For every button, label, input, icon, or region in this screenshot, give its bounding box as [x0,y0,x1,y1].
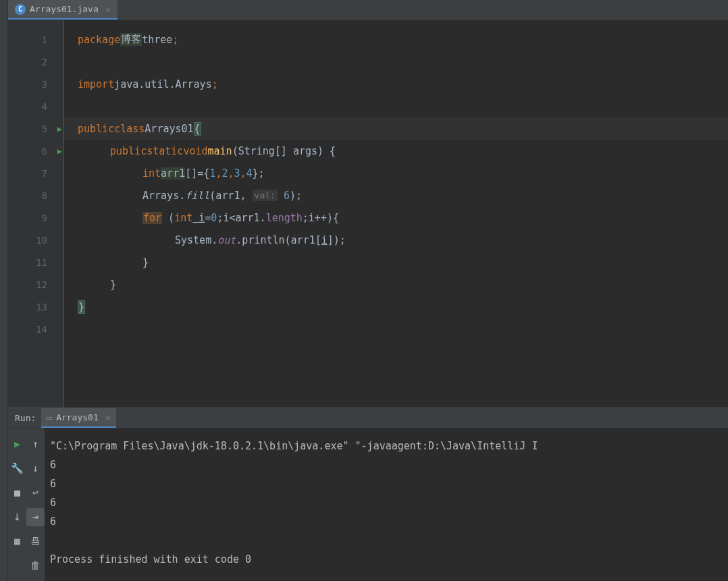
line-number: 3 [42,79,47,90]
code-line[interactable]: System.out.println(arr1[i]); [64,229,728,251]
run-body: ▶ ↑ 🔧 ↓ ■ ↩ ⤓ ⇥ ▦ 🖶 🗑 [8,428,728,581]
run-tab-label: Arrays01 [56,412,99,422]
line-number: 4 [42,101,47,112]
wrench-icon[interactable]: 🔧 [8,460,26,478]
up-stack-icon[interactable]: ↑ [26,435,45,453]
code-line[interactable]: import java.util.Arrays; [64,73,728,95]
console-output[interactable]: "C:\Program Files\Java\jdk-18.0.2.1\bin\… [45,428,728,581]
run-tab[interactable]: ▭ Arrays01 × [41,408,116,428]
console-line: Process finished with exit code 0 [50,553,251,565]
line-number: 2 [42,57,47,67]
print-icon[interactable]: 🖶 [26,532,45,551]
code-line[interactable]: public class Arrays01 { [64,117,728,140]
code-line[interactable]: Arrays.fill(arr1, val: 6); [64,184,728,206]
line-number: 13 [36,302,47,312]
editor-tabs-bar: C Arrays01.java × [8,0,728,20]
rerun-button[interactable]: ▶ [8,435,26,453]
line-number: 11 [36,257,47,268]
code-area[interactable]: package 博客three; import java.util.Arrays… [63,20,728,408]
editor-area: 1 2 3 4 5▶ 6▶ 7 8 9 10 11 12 13 14 packa… [8,20,728,408]
run-gutter-icon[interactable]: ▶ [57,124,62,134]
line-number: 1 [42,34,47,45]
run-label: Run: [15,413,36,423]
spacer [8,557,26,575]
run-header: Run: ▭ Arrays01 × [8,408,728,428]
code-line[interactable]: for (int i=0;i<arr1.length;i++){ [64,206,728,229]
line-number: 7 [42,168,47,179]
soft-wrap-icon[interactable]: ↩ [26,484,45,502]
gutter[interactable]: 1 2 3 4 5▶ 6▶ 7 8 9 10 11 12 13 14 [8,20,63,408]
line-number: 5 [42,123,47,134]
console-line: 6 [50,478,56,490]
line-number: 10 [36,235,47,246]
run-panel: Run: ▭ Arrays01 × ▶ ↑ 🔧 ↓ ■ ↩ ⤓ ⇥ [8,408,728,581]
run-config-icon: ▭ [47,412,52,422]
left-tool-strip[interactable] [0,0,8,581]
run-toolbar: ▶ ↑ 🔧 ↓ ■ ↩ ⤓ ⇥ ▦ 🖶 🗑 [8,428,45,581]
code-line[interactable]: } [64,296,728,318]
line-number: 14 [36,324,47,335]
console-line: "C:\Program Files\Java\jdk-18.0.2.1\bin\… [50,440,538,452]
console-line: 6 [50,497,56,509]
code-line[interactable] [64,95,728,117]
stop-button[interactable]: ■ [8,484,26,502]
java-class-icon: C [15,4,26,15]
down-stack-icon[interactable]: ↓ [26,460,45,478]
layout-icon[interactable]: ▦ [8,532,26,551]
line-number: 6 [42,146,47,157]
line-number: 9 [42,213,47,223]
scroll-to-end-icon[interactable]: ⇥ [26,508,45,526]
code-line[interactable]: int arr1[]={1,2,3,4}; [64,162,728,184]
line-number: 8 [42,190,47,201]
code-line[interactable]: } [64,251,728,273]
tab-label: Arrays01.java [30,4,99,14]
close-icon[interactable]: × [105,412,111,423]
console-line: 6 [50,516,56,528]
console-line: 6 [50,459,56,471]
code-line[interactable]: public static void main(String[] args) { [64,140,728,162]
trash-icon[interactable]: 🗑 [26,557,45,575]
exit-icon[interactable]: ⤓ [8,508,26,526]
code-line[interactable]: } [64,273,728,296]
code-line[interactable] [64,51,728,73]
run-gutter-icon[interactable]: ▶ [57,146,62,156]
code-line[interactable] [64,318,728,340]
line-number: 12 [36,279,47,290]
editor-tab-active[interactable]: C Arrays01.java × [8,0,118,20]
code-line[interactable]: package 博客three; [64,28,728,51]
close-icon[interactable]: × [105,4,111,15]
